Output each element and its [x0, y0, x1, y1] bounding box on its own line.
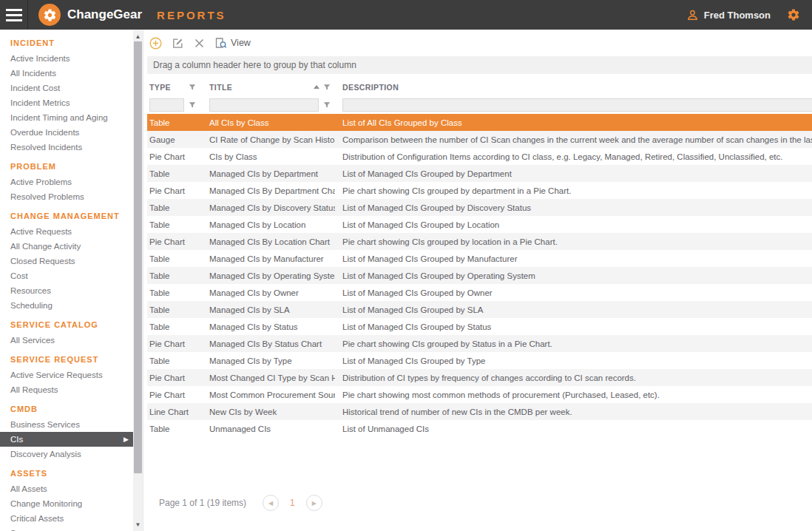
cell-description: List of Managed CIs Grouped by Status — [335, 322, 812, 331]
filter-icon[interactable] — [189, 84, 196, 91]
sidebar-item-active-incidents[interactable]: Active Incidents ▶ — [0, 51, 133, 66]
sidebar: INCIDENT Active Incidents ▶ All Incident… — [0, 30, 143, 531]
sidebar-item-change-monitoring[interactable]: Change Monitoring ▶ — [0, 496, 133, 511]
sidebar-item-all-incidents[interactable]: All Incidents ▶ — [0, 66, 133, 81]
menu-icon[interactable] — [0, 0, 28, 30]
table-row[interactable]: Table Managed CIs by Owner List of Manag… — [147, 284, 812, 301]
sidebar-item-active-service-requests[interactable]: Active Service Requests ▶ — [0, 368, 133, 382]
table-row[interactable]: Gauge CI Rate of Change by Scan History … — [147, 131, 812, 148]
table-row[interactable]: Table Managed CIs by Operating System Li… — [147, 267, 812, 284]
column-header-type[interactable]: TYPE — [147, 78, 200, 95]
scroll-down-icon[interactable]: ▼ — [133, 519, 143, 530]
sidebar-item-all-change-activity[interactable]: All Change Activity ▶ — [0, 239, 133, 254]
add-icon[interactable] — [149, 37, 162, 50]
cell-type: Gauge — [147, 135, 200, 144]
cell-title: Managed CIs By Department Chart — [200, 186, 335, 195]
sidebar-item-servers[interactable]: Servers ▶ — [0, 526, 133, 531]
sidebar-item-cis[interactable]: CIs ▶ — [0, 432, 133, 447]
cell-description: Historical trend of number of new CIs in… — [335, 407, 812, 416]
sidebar-item-resolved-problems[interactable]: Resolved Problems ▶ — [0, 189, 133, 204]
sidebar-item-overdue-incidents[interactable]: Overdue Incidents ▶ — [0, 125, 133, 140]
cell-description: List of Managed CIs Grouped by Owner — [335, 288, 812, 297]
filter-icon[interactable] — [323, 101, 335, 109]
settings-gear-icon[interactable] — [787, 8, 800, 21]
sidebar-item-incident-cost[interactable]: Incident Cost ▶ — [0, 81, 133, 95]
cell-title: CI Rate of Change by Scan History — [200, 135, 335, 144]
cell-title: Most Changed CI Type by Scan History — [200, 373, 335, 382]
scroll-up-icon[interactable]: ▲ — [133, 31, 143, 41]
table-row[interactable]: Table All CIs by Class List of All CIs G… — [147, 114, 812, 131]
cell-description: Distribution of Configuration Items acco… — [335, 152, 812, 161]
sidebar-section: SERVICE REQUEST Active Service Requests … — [0, 348, 143, 397]
user-name[interactable]: Fred Thomson — [704, 10, 771, 21]
main-content: View Drag a column header here to group … — [143, 30, 812, 531]
sidebar-item-closed-requests[interactable]: Closed Requests ▶ — [0, 254, 133, 268]
sidebar-item-all-assets[interactable]: All Assets ▶ — [0, 481, 133, 496]
cell-title: Managed CIs By Location Chart — [200, 237, 335, 246]
sidebar-item-critical-assets[interactable]: Critical Assets ▶ — [0, 511, 133, 526]
table-row[interactable]: Table Managed CIs by Type List of Manage… — [147, 352, 812, 369]
table-row[interactable]: Table Managed CIs by Location List of Ma… — [147, 216, 812, 233]
table-row[interactable]: Pie Chart Most Changed CI Type by Scan H… — [147, 369, 812, 386]
edit-icon[interactable] — [172, 37, 184, 50]
sidebar-item-incident-metrics[interactable]: Incident Metrics ▶ — [0, 95, 133, 110]
cell-type: Table — [147, 220, 200, 229]
sidebar-item-all-services[interactable]: All Services ▶ — [0, 333, 133, 348]
cell-title: Managed CIs by Department — [200, 169, 335, 178]
sidebar-item-resources[interactable]: Resources ▶ — [0, 283, 133, 298]
column-header-title[interactable]: TITLE — [200, 78, 335, 95]
pagination-summary: Page 1 of 1 (19 items) — [159, 498, 246, 508]
sidebar-item-business-services[interactable]: Business Services ▶ — [0, 417, 133, 432]
group-by-drop-zone[interactable]: Drag a column header here to group by th… — [147, 56, 812, 74]
cell-title: Managed CIs By Status Chart — [200, 339, 335, 348]
cell-type: Line Chart — [147, 407, 200, 416]
sidebar-section: CMDB Business Services ▶ CIs ▶ Discovery… — [0, 397, 143, 461]
table-row[interactable]: Table Managed CIs by SLA List of Managed… — [147, 301, 812, 318]
view-button[interactable]: View — [214, 37, 251, 49]
title-filter-input[interactable] — [209, 98, 319, 112]
sidebar-item-active-problems[interactable]: Active Problems ▶ — [0, 175, 133, 189]
sidebar-item-cost[interactable]: Cost ▶ — [0, 268, 133, 283]
table-row[interactable]: Pie Chart CIs by Class Distribution of C… — [147, 148, 812, 165]
sidebar-item-incident-timing-and-aging[interactable]: Incident Timing and Aging ▶ — [0, 110, 133, 125]
cell-type: Table — [147, 356, 200, 365]
sidebar-item-all-requests[interactable]: All Requests ▶ — [0, 382, 133, 397]
cell-title: Managed CIs by SLA — [200, 305, 335, 314]
table-row[interactable]: Table Managed CIs by Status List of Mana… — [147, 318, 812, 335]
sidebar-section-header: ASSETS — [0, 461, 143, 481]
cell-description: Pie chart showing most common methods of… — [335, 390, 812, 399]
table-row[interactable]: Table Managed CIs by Manufacturer List o… — [147, 250, 812, 267]
description-filter-input[interactable] — [342, 98, 812, 112]
table-row[interactable]: Pie Chart Managed CIs By Status Chart Pi… — [147, 335, 812, 352]
table-row[interactable]: Pie Chart Managed CIs By Department Char… — [147, 182, 812, 199]
filter-icon[interactable] — [323, 84, 331, 91]
cell-description: List of Unmanaged CIs — [335, 425, 812, 433]
cell-description: List of Managed CIs Grouped by Location — [335, 220, 812, 229]
current-page-number[interactable]: 1 — [290, 498, 295, 508]
filter-icon[interactable] — [189, 101, 200, 109]
sidebar-item-scheduling[interactable]: Scheduling ▶ — [0, 298, 133, 313]
sidebar-scrollbar[interactable]: ▲ ▼ — [133, 30, 143, 531]
cell-type: Table — [147, 271, 200, 280]
table-row[interactable]: Table Managed CIs by Discovery Status Li… — [147, 199, 812, 216]
sidebar-item-resolved-incidents[interactable]: Resolved Incidents ▶ — [0, 140, 133, 155]
table-row[interactable]: Line Chart New CIs by Week Historical tr… — [147, 403, 812, 420]
type-filter-input[interactable] — [149, 98, 184, 112]
table-row[interactable]: Table Managed CIs by Department List of … — [147, 165, 812, 182]
sidebar-item-active-requests[interactable]: Active Requests ▶ — [0, 224, 133, 239]
cell-title: Managed CIs by Status — [200, 322, 335, 331]
column-header-description[interactable]: DESCRIPTION — [335, 78, 812, 95]
pagination: Page 1 of 1 (19 items) ◀ 1 ▶ — [159, 495, 812, 511]
scrollbar-thumb[interactable] — [134, 41, 142, 473]
gear-logo-icon — [38, 4, 61, 26]
delete-icon[interactable] — [194, 38, 205, 49]
table-row[interactable]: Pie Chart Managed CIs By Location Chart … — [147, 233, 812, 250]
sidebar-section-header: CMDB — [0, 397, 143, 417]
table-row[interactable]: Pie Chart Most Common Procurement Source… — [147, 386, 812, 403]
prev-page-icon[interactable]: ◀ — [263, 495, 279, 511]
next-page-icon[interactable]: ▶ — [306, 495, 322, 511]
sidebar-item-discovery-analysis[interactable]: Discovery Analysis ▶ — [0, 447, 133, 461]
sidebar-section-header: SERVICE CATALOG — [0, 313, 143, 333]
cell-title: Managed CIs by Manufacturer — [200, 254, 335, 263]
table-row[interactable]: Table Unmanaged CIs List of Unmanaged CI… — [147, 420, 812, 437]
